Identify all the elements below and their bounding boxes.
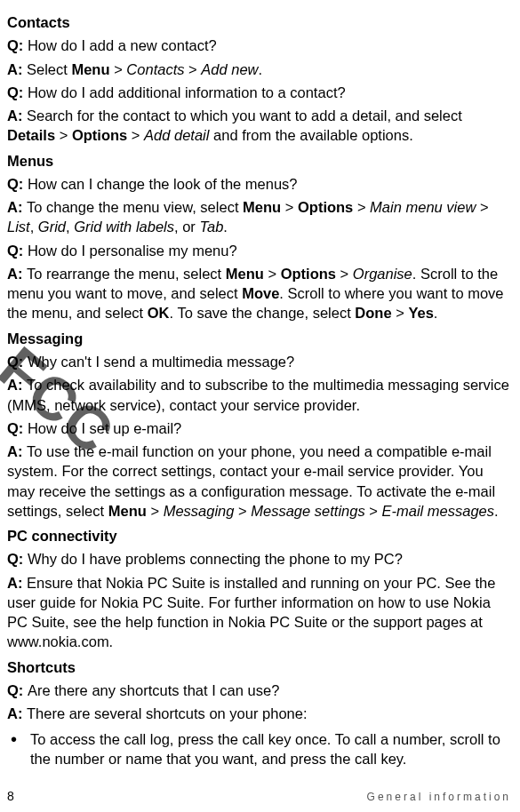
yes: Yes (408, 305, 433, 321)
end: . (223, 219, 228, 235)
sep: > (336, 266, 353, 282)
end: . (434, 305, 438, 321)
menus-q2: Q: How do I personalise my menu? (7, 241, 511, 260)
sep: > (110, 61, 127, 77)
text: Select (27, 61, 71, 77)
a-text: To check availability and to subscribe t… (7, 377, 509, 412)
contacts-q1: Q: How do I add a new contact? (7, 36, 511, 55)
q-label: Q: (7, 551, 28, 567)
sep: > (353, 199, 370, 215)
shortcuts-q1: Q: Are there any shortcuts that I can us… (7, 681, 511, 700)
sep: > (184, 61, 201, 77)
bullet-item: • To access the call log, press the call… (7, 729, 511, 769)
text: To change the menu view, select (27, 199, 243, 215)
contacts-item: Contacts (126, 61, 184, 77)
q-label: Q: (7, 176, 28, 192)
emailmessages: E-mail messages (381, 503, 494, 519)
ok: OK (148, 305, 170, 321)
grid: Grid (38, 219, 66, 235)
options: Options (298, 199, 353, 215)
sep: > (55, 127, 72, 143)
page-footer: 8 General information (7, 788, 511, 805)
pc-a1: A: Ensure that Nokia PC Suite is install… (7, 573, 511, 652)
q-text: Are there any shortcuts that I can use? (28, 682, 279, 698)
list: List (7, 219, 30, 235)
q-text: How do I add a new contact? (28, 37, 217, 53)
text: To rearrange the menu, select (27, 266, 226, 282)
a-label: A: (7, 199, 27, 215)
menu: Menu (243, 199, 281, 215)
messaging-q1: Q: Why can't I send a multimedia message… (7, 352, 511, 371)
a-text: Ensure that Nokia PC Suite is installed … (7, 575, 495, 650)
q-label: Q: (7, 420, 28, 436)
a-label: A: (7, 705, 27, 721)
options: Options (281, 266, 336, 282)
q-label: Q: (7, 682, 28, 698)
menus-a1: A: To change the menu view, select Menu … (7, 197, 511, 237)
gridwithlabels: Grid with labels (74, 219, 174, 235)
contacts-a2: A: Search for the contact to which you w… (7, 106, 511, 146)
menu: Menu (71, 61, 109, 77)
tab: Tab (199, 219, 223, 235)
q-label: Q: (7, 243, 28, 259)
end: . (494, 503, 499, 519)
move: Move (242, 285, 279, 301)
menu: Menu (226, 266, 264, 282)
bullet-dot-icon: • (7, 729, 30, 769)
text: Search for the contact to which you want… (27, 107, 462, 123)
menus-q1: Q: How can I change the look of the menu… (7, 174, 511, 194)
contacts-a1: A: Select Menu > Contacts > Add new. (7, 60, 511, 79)
a-label: A: (7, 575, 27, 591)
contacts-q2: Q: How do I add additional information t… (7, 83, 511, 102)
heading-contacts: Contacts (7, 12, 511, 32)
adddetail: Add detail (144, 127, 209, 143)
a-label: A: (7, 61, 27, 77)
a-text: There are several shortcuts on your phon… (27, 705, 308, 721)
messaging-a1: A: To check availability and to subscrib… (7, 375, 511, 415)
page-number: 8 (7, 788, 14, 805)
a-label: A: (7, 266, 27, 282)
text: . To save the change, select (170, 305, 356, 321)
heading-pc: PC connectivity (7, 526, 511, 545)
end: and from the available options. (209, 127, 412, 143)
sep: > (365, 503, 382, 519)
q-label: Q: (7, 84, 28, 100)
sep: > (476, 199, 488, 215)
sep: > (127, 127, 144, 143)
footer-section-label: General information (367, 790, 511, 804)
shortcuts-a1: A: There are several shortcuts on your p… (7, 704, 511, 723)
sep: > (264, 266, 281, 282)
messaging-a2: A: To use the e-mail function on your ph… (7, 442, 511, 521)
addnew-item: Add new (201, 61, 258, 77)
menu: Menu (108, 503, 147, 519)
q-text: Why can't I send a multimedia message? (28, 354, 294, 370)
messaging-item: Messaging (164, 503, 235, 519)
sep: > (392, 305, 409, 321)
heading-shortcuts: Shortcuts (7, 657, 511, 677)
mainmenuview: Main menu view (370, 199, 476, 215)
details: Details (7, 127, 55, 143)
comma: , (30, 219, 38, 235)
pc-q1: Q: Why do I have problems connecting the… (7, 549, 511, 569)
a-label: A: (7, 107, 27, 123)
messaging-q2: Q: How do I set up e-mail? (7, 418, 511, 438)
sep: > (147, 503, 164, 519)
q-label: Q: (7, 37, 28, 53)
q-text: How do I add additional information to a… (28, 84, 346, 100)
options: Options (72, 127, 127, 143)
organise: Organise (353, 266, 412, 282)
comma: , (66, 219, 74, 235)
a-label: A: (7, 377, 27, 393)
q-text: How do I set up e-mail? (28, 420, 181, 436)
done: Done (355, 305, 391, 321)
menus-a2: A: To rearrange the menu, select Menu > … (7, 264, 511, 323)
messagesettings: Message settings (251, 503, 364, 519)
a-label: A: (7, 443, 27, 459)
sep: > (234, 503, 251, 519)
q-text: Why do I have problems connecting the ph… (28, 551, 403, 567)
end: . (259, 61, 263, 77)
heading-menus: Menus (7, 151, 511, 171)
heading-messaging: Messaging (7, 329, 511, 348)
comma: , or (174, 219, 199, 235)
q-text: How do I personalise my menu? (28, 243, 237, 259)
